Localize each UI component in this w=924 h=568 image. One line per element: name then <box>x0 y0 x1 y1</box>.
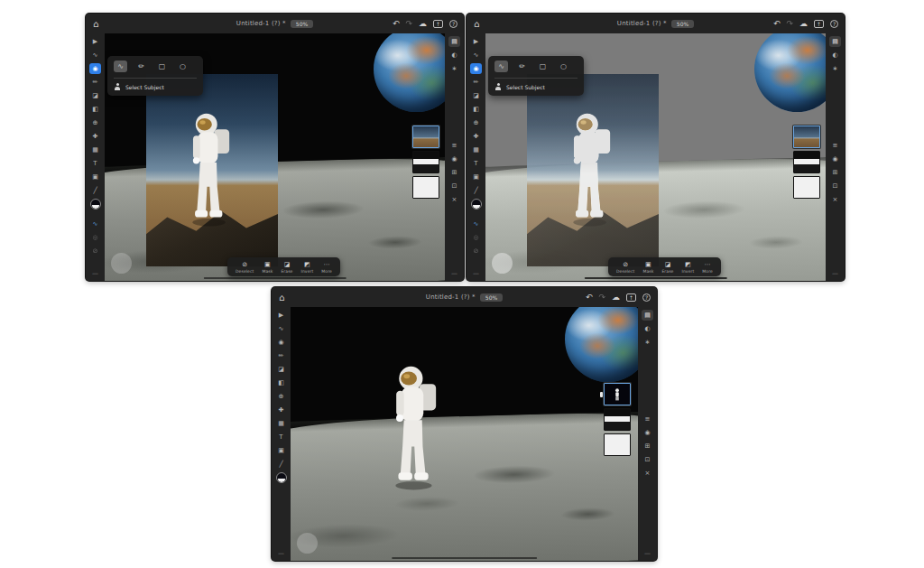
ellipse-select-tab[interactable]: ○ <box>176 61 189 72</box>
healing-tool[interactable]: ✚ <box>470 131 482 142</box>
invert-button[interactable]: ◩ Invert <box>300 261 313 274</box>
undo-icon[interactable]: ↶ <box>393 20 400 28</box>
brush-tool[interactable]: ✏ <box>470 77 482 88</box>
astronaut-photo-layer[interactable] <box>146 74 278 266</box>
select-tool[interactable]: ◉ <box>470 63 482 74</box>
clone-stamp-tool[interactable]: ⊕ <box>275 391 287 402</box>
mask-button[interactable]: ▣ Mask <box>642 261 653 274</box>
astronaut-photo-layer[interactable] <box>527 74 659 266</box>
type-tool[interactable]: T <box>275 432 287 442</box>
rail-handle[interactable]: — <box>451 270 457 277</box>
place-image-tool[interactable]: ▣ <box>89 172 101 182</box>
add-layer-icon[interactable]: ⊞ <box>829 167 841 178</box>
visibility-icon[interactable]: ◉ <box>448 154 460 164</box>
group-layers-icon[interactable]: ⊡ <box>448 181 460 191</box>
zoom-badge[interactable]: 50% <box>291 20 313 28</box>
move-tool[interactable]: ▶ <box>89 36 101 47</box>
delete-layer-icon[interactable]: × <box>448 194 460 205</box>
horizontal-scrollbar[interactable] <box>584 277 726 280</box>
deselect-button[interactable]: ⊘ Deselect <box>616 261 634 274</box>
add-layer-icon[interactable]: ⊞ <box>448 167 460 178</box>
redo-icon[interactable]: ↷ <box>405 20 412 28</box>
layer-properties-icon[interactable]: ≡ <box>448 140 460 151</box>
healing-tool[interactable]: ✚ <box>89 131 101 142</box>
layers-panel-icon[interactable]: ▤ <box>829 36 841 47</box>
effects-icon[interactable]: ∗ <box>448 63 460 74</box>
tool-mode-2-icon[interactable]: ◎ <box>470 232 482 243</box>
selection-mode-icon[interactable]: ∿ <box>89 219 101 229</box>
mask-button[interactable]: ▣ Mask <box>262 261 273 274</box>
invert-button[interactable]: ◩ Invert <box>681 261 694 274</box>
layer-thumb-background[interactable] <box>412 176 439 199</box>
type-tool[interactable]: T <box>470 158 482 169</box>
healing-tool[interactable]: ✚ <box>275 405 287 415</box>
share-icon[interactable]: ↑ <box>814 20 824 28</box>
share-icon[interactable]: ↑ <box>433 20 443 28</box>
lasso-select-tab[interactable]: ∿ <box>494 61 508 72</box>
group-layers-icon[interactable]: ⊡ <box>642 454 653 465</box>
tool-mode-3-icon[interactable]: ⊘ <box>89 246 101 256</box>
erase-button[interactable]: ◪ Erase <box>661 261 673 274</box>
move-tool[interactable]: ▶ <box>470 36 482 47</box>
brush-select-tab[interactable]: ✏ <box>515 61 529 72</box>
cloud-sync-icon[interactable]: ☁ <box>612 293 620 302</box>
delete-layer-icon[interactable]: × <box>829 194 841 205</box>
selection-mode-icon[interactable]: ∿ <box>470 219 482 229</box>
zoom-badge[interactable]: 50% <box>671 20 694 28</box>
select-subject-button[interactable]: Select Subject <box>114 78 197 90</box>
touch-shortcut[interactable] <box>297 533 318 554</box>
rail-handle[interactable]: — <box>92 270 98 277</box>
fill-tool[interactable]: ◧ <box>89 104 101 115</box>
cloud-sync-icon[interactable]: ☁ <box>799 20 808 28</box>
rail-handle[interactable]: — <box>278 550 284 557</box>
brush-tool[interactable]: ✏ <box>89 77 101 88</box>
layer-thumb-mask[interactable] <box>412 151 439 173</box>
crop-tool[interactable]: ▦ <box>89 144 101 155</box>
layer-thumb-photo[interactable] <box>793 126 820 148</box>
more-button[interactable]: ⋯ More <box>321 261 332 274</box>
color-chip[interactable] <box>90 199 101 210</box>
rail-handle[interactable]: — <box>644 550 651 557</box>
layer-thumb-mask[interactable] <box>604 408 631 431</box>
move-tool[interactable]: ▶ <box>275 310 287 321</box>
eraser-tool[interactable]: ◪ <box>89 90 101 101</box>
group-layers-icon[interactable]: ⊡ <box>829 181 841 191</box>
layer-thumb-mask[interactable] <box>793 151 820 173</box>
effects-icon[interactable]: ∗ <box>829 63 841 74</box>
tool-mode-2-icon[interactable]: ◎ <box>89 232 101 243</box>
redo-icon[interactable]: ↷ <box>786 20 793 28</box>
layer-properties-icon[interactable]: ≡ <box>642 414 653 424</box>
rect-select-tab[interactable]: ▢ <box>536 61 550 72</box>
fill-tool[interactable]: ◧ <box>275 377 287 388</box>
canvas[interactable]: ∿ ✏ ▢ ○ Select Subject ⊘ Deselect <box>485 33 826 281</box>
ellipse-select-tab[interactable]: ○ <box>557 61 570 72</box>
delete-layer-icon[interactable]: × <box>642 468 653 479</box>
select-tool[interactable]: ◉ <box>275 337 287 348</box>
eyedropper-tool[interactable]: ╱ <box>89 185 101 196</box>
color-chip[interactable] <box>471 199 482 210</box>
adjustments-icon[interactable]: ◐ <box>829 50 841 61</box>
layer-thumb-photo[interactable] <box>412 126 439 148</box>
layer-properties-icon[interactable]: ≡ <box>829 140 841 151</box>
share-icon[interactable]: ↑ <box>626 293 636 302</box>
brush-select-tab[interactable]: ✏ <box>134 61 148 72</box>
home-icon[interactable]: ⌂ <box>93 20 98 28</box>
tool-mode-3-icon[interactable]: ⊘ <box>470 246 482 256</box>
fill-tool[interactable]: ◧ <box>470 104 482 115</box>
crop-tool[interactable]: ▦ <box>275 418 287 429</box>
horizontal-scrollbar[interactable] <box>203 277 346 280</box>
layer-thumb-background[interactable] <box>604 433 631 456</box>
lasso-tool[interactable]: ∿ <box>275 323 287 334</box>
erase-button[interactable]: ◪ Erase <box>281 261 292 274</box>
crop-tool[interactable]: ▦ <box>470 144 482 155</box>
deselect-button[interactable]: ⊘ Deselect <box>236 261 254 274</box>
eyedropper-tool[interactable]: ╱ <box>470 185 482 196</box>
adjustments-icon[interactable]: ◐ <box>642 323 653 334</box>
eraser-tool[interactable]: ◪ <box>470 90 482 101</box>
more-button[interactable]: ⋯ More <box>702 261 713 274</box>
place-image-tool[interactable]: ▣ <box>470 172 482 182</box>
add-layer-icon[interactable]: ⊞ <box>642 441 653 452</box>
touch-shortcut[interactable] <box>492 253 513 274</box>
place-image-tool[interactable]: ▣ <box>275 445 287 456</box>
rect-select-tab[interactable]: ▢ <box>155 61 169 72</box>
